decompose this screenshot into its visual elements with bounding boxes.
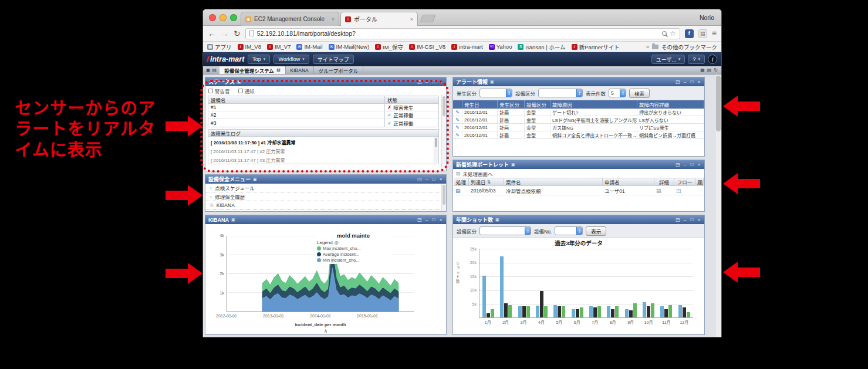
menu-top-button[interactable]: Top▾ — [248, 55, 270, 64]
portlet-maximize-icon[interactable]: □ — [690, 217, 694, 222]
bookmark-item[interactable]: Y!Yahoo — [489, 43, 512, 50]
portlet-close-icon[interactable]: × — [697, 79, 701, 84]
checkbox-icon[interactable] — [238, 89, 243, 93]
bookmark-item[interactable]: iintra-mart — [451, 43, 483, 50]
alarm-sound-checkbox[interactable]: 警告音 — [208, 87, 230, 94]
portlet-maximize-icon[interactable]: □ — [431, 79, 436, 84]
back-button[interactable]: ← — [208, 29, 216, 38]
bookmark-item[interactable]: ✉IM-Mail — [296, 43, 322, 50]
menu-item-repair-history[interactable]: ○修理保全履歴 — [205, 192, 446, 201]
portlet-close-icon[interactable]: × — [438, 79, 443, 84]
bookmarks-overflow[interactable]: » その他のブックマーク — [646, 43, 717, 51]
show-button[interactable]: 表示 — [586, 226, 606, 236]
bookmark-item[interactable]: iIM-CSI _V8 — [409, 43, 445, 50]
display-count-select[interactable]: 5▲▼ — [609, 89, 626, 97]
detail-icon[interactable]: ▤ — [656, 188, 661, 194]
zoom-window-button[interactable] — [230, 14, 237, 21]
portal-tab-group[interactable]: グループポータル — [314, 66, 364, 74]
menu-sitemap-button[interactable]: サイトマップ — [313, 55, 354, 64]
chrome-menu-icon[interactable]: ≡ — [712, 29, 717, 38]
legend-item[interactable]: Average incident... — [317, 252, 390, 257]
portlet-minimize-icon[interactable]: – — [683, 162, 687, 167]
address-bar[interactable]: 52.192.10.181/imart/portal/desktop? ☆ — [245, 28, 680, 39]
portlet-menu-icon[interactable]: ▣ — [253, 177, 257, 182]
portlet-maximize-icon[interactable]: □ — [431, 177, 436, 182]
bookmark-item[interactable]: iIM_V8 — [238, 43, 261, 50]
sort-icon[interactable]: ⇅ — [487, 180, 491, 185]
list-view-icon[interactable]: ▤ — [707, 67, 712, 73]
tab-close-icon[interactable]: × — [410, 16, 413, 22]
portlet-restore-icon[interactable]: ◳ — [417, 79, 422, 84]
window-icon[interactable]: ▣ — [206, 67, 211, 73]
scrollbar[interactable] — [441, 184, 446, 211]
portlet-menu-icon[interactable]: ▣ — [495, 218, 499, 222]
browser-tab-portal[interactable]: i ポータル × — [340, 12, 418, 26]
url-text[interactable]: 52.192.10.181/imart/portal/desktop? — [257, 30, 659, 37]
notify-checkbox[interactable]: 通知 — [238, 87, 255, 94]
edit-icon[interactable]: ✎ — [453, 131, 462, 138]
user-menu-button[interactable]: ユーザ...▾ — [651, 55, 685, 64]
tab-close-icon[interactable]: ⊠ — [276, 67, 281, 73]
refresh-icon[interactable]: ↻ — [714, 67, 718, 73]
new-tab-button[interactable] — [420, 15, 436, 22]
portlet-restore-icon[interactable]: ◳ — [676, 217, 680, 222]
bookmark-item[interactable]: ▦アプリ — [207, 43, 232, 51]
scrollbar[interactable] — [441, 95, 446, 171]
menu-workflow-button[interactable]: Workflow▾ — [273, 55, 309, 64]
portlet-menu-icon[interactable]: ▣ — [237, 80, 241, 84]
bookmark-item[interactable]: iIM_V7 — [267, 43, 291, 50]
menu-item-kibana[interactable]: ◳KIBANA — [205, 201, 446, 210]
bookmark-item[interactable]: ✉IM-Mail(New) — [329, 43, 369, 50]
equipment-no-select[interactable]: ▲▼ — [555, 226, 583, 235]
collapse-chevron-icon[interactable]: ∧ — [205, 328, 446, 334]
scrollbar[interactable] — [715, 75, 721, 337]
window-layout-icons[interactable]: ▣▤ — [203, 66, 219, 74]
portlet-maximize-icon[interactable]: □ — [431, 217, 436, 222]
portlet-menu-icon[interactable]: ▣ — [490, 80, 494, 84]
overflow-chevron-icon[interactable]: » — [646, 43, 649, 50]
portlet-restore-icon[interactable]: ◳ — [417, 217, 422, 222]
equipment-type-select[interactable]: ▲▼ — [479, 226, 531, 235]
minimize-window-button[interactable] — [219, 14, 227, 21]
legend-item[interactable]: Max incident_sho... — [317, 246, 390, 251]
close-window-button[interactable] — [209, 14, 216, 21]
process-icon[interactable]: ▤ — [455, 188, 461, 194]
unprocessed-screen-link[interactable]: ▤未処理画面へ — [453, 169, 704, 178]
portlet-close-icon[interactable]: × — [697, 217, 701, 222]
portlet-restore-icon[interactable]: ◳ — [417, 177, 422, 182]
extension-f-icon[interactable]: f — [685, 29, 694, 38]
bookmark-item[interactable]: iIM_保守 — [375, 43, 403, 51]
portal-tab-kibana[interactable]: KIBANA — [286, 66, 314, 74]
bookmark-star-icon[interactable]: ☆ — [670, 30, 676, 37]
tab-close-icon[interactable]: × — [332, 16, 335, 22]
portlet-minimize-icon[interactable]: – — [683, 217, 687, 222]
portlet-restore-icon[interactable]: ◳ — [676, 162, 680, 167]
other-bookmarks-label[interactable]: その他のブックマーク — [661, 43, 717, 51]
edit-icon[interactable]: ✎ — [453, 109, 462, 116]
portlet-minimize-icon[interactable]: – — [424, 79, 429, 84]
occurrence-type-select[interactable]: ▲▼ — [479, 89, 512, 97]
portlet-close-icon[interactable]: × — [438, 177, 443, 182]
browser-tab-ec2[interactable]: ▣ EC2 Management Console × — [241, 12, 339, 26]
flow-icon[interactable]: ◳ — [676, 188, 681, 194]
menu-item-inspection-schedule[interactable]: ○点検スケジュール — [205, 184, 446, 192]
portal-tab-equipment[interactable]: 設備保全管理システム⊠ — [219, 66, 285, 74]
scrollbar[interactable] — [434, 137, 438, 163]
scrollbar-thumb[interactable] — [443, 96, 445, 116]
bookmark-item[interactable]: i新Partnerサイト — [572, 43, 620, 51]
scrollbar-thumb[interactable] — [716, 76, 721, 131]
window-icon[interactable]: ▤ — [212, 67, 217, 73]
column-header-sortable[interactable]: 到達日⇅ — [469, 178, 504, 185]
search-icon[interactable] — [662, 31, 667, 36]
edit-icon[interactable]: ✎ — [453, 116, 462, 123]
portlet-minimize-icon[interactable]: – — [683, 79, 687, 84]
equipment-type-select[interactable]: ▲▼ — [538, 89, 583, 97]
portlet-maximize-icon[interactable]: □ — [690, 162, 694, 167]
forward-button[interactable]: → — [221, 29, 229, 38]
failure-log-box[interactable]: [ 2016/11/03 11:17:50 ] #1 冷却水温異常 [ 2016… — [208, 137, 439, 164]
reload-button[interactable]: ↻ — [234, 29, 241, 38]
legend-item[interactable]: Min incident_sho... — [317, 258, 390, 263]
portlet-maximize-icon[interactable]: □ — [690, 79, 694, 84]
portlet-menu-icon[interactable]: ▣ — [231, 218, 235, 222]
help-button[interactable]: ?▾ — [688, 55, 705, 64]
